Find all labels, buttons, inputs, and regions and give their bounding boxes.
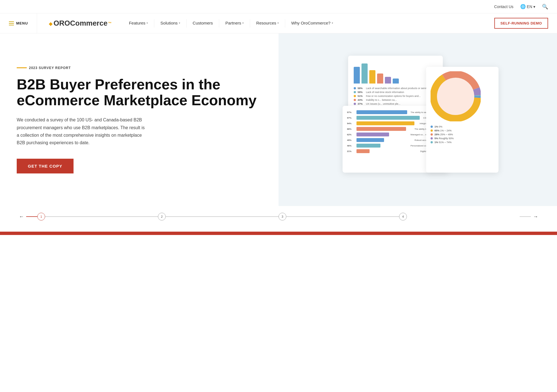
hbar-fill [356, 149, 370, 153]
donut-legend-dot [431, 133, 433, 136]
nav-item-partners[interactable]: Partners ▾ [219, 13, 250, 33]
hbar-pct: 97% [347, 111, 355, 114]
legend-dot [354, 91, 356, 93]
chart-container: 58%Lack of searchable information about … [337, 50, 499, 189]
legend-pct: 51% [358, 95, 364, 97]
pagination-line-end [520, 216, 531, 217]
pagination-dot-4[interactable]: 4 [399, 213, 407, 220]
hbar-container [356, 121, 418, 125]
seg-1 [45, 216, 158, 217]
seg-2 [166, 216, 278, 217]
contact-us-link[interactable]: Contact Us [494, 4, 513, 9]
bar-5 [385, 77, 391, 84]
legend-dot [354, 99, 356, 101]
hbar-fill [356, 116, 420, 120]
donut-legend-pct: 1% 51% – 74% [434, 141, 452, 144]
dot-wrap-4: 4 [399, 213, 520, 220]
logo-trademark: ™ [108, 21, 112, 25]
hbar-pct: 88% [347, 128, 355, 130]
hbar-container [356, 138, 413, 142]
search-button[interactable]: 🔍 [542, 4, 548, 10]
legend-pct: 37% [358, 102, 364, 105]
donut-legend-dot [431, 126, 433, 128]
hero-left: 2023 SURVEY REPORT B2B Buyer Preferences… [0, 33, 278, 206]
hero-title: B2B Buyer Preferences in the eCommerce M… [17, 77, 262, 108]
donut-legend-pct: 28% 25% – 49% [434, 133, 453, 136]
donut-legend-row: 1% 0% [431, 125, 494, 128]
hbar-container [356, 144, 409, 148]
bar-6 [393, 79, 399, 84]
hbar-container [356, 116, 422, 120]
donut-legend-dot [431, 129, 433, 132]
badge-bar [17, 67, 27, 68]
hero-badge: 2023 SURVEY REPORT [17, 66, 262, 70]
hbar-pct: 46% [347, 144, 355, 147]
header: MENU ⬥ OROCommerce™ Features ▾ Solutions… [0, 13, 557, 33]
legend-row: 58%Lack of real-time stock information [354, 91, 437, 94]
globe-icon: 🌐 [520, 4, 526, 9]
menu-button[interactable]: MENU [0, 13, 37, 33]
donut-legend-pct: 65% 1% – 24% [434, 129, 452, 132]
dot-wrap-1: 1 [37, 213, 158, 220]
pagination-dot-1[interactable]: 1 [37, 213, 45, 220]
chart-card-3: 1% 0%65% 1% – 24%28% 25% – 49%5% Roughly… [426, 67, 499, 173]
donut-chart [431, 71, 481, 121]
menu-label: MENU [16, 21, 28, 25]
hbar-fill [356, 110, 407, 114]
logo[interactable]: ⬥ OROCommerce™ [37, 19, 123, 28]
hamburger-icon [9, 21, 14, 25]
donut-legend-row: 5% Roughly 50% [431, 137, 494, 140]
donut-legend-dot [431, 137, 433, 139]
bar-chart [354, 61, 437, 84]
legend-row: 43%Inability to c... between su... [354, 99, 437, 101]
pagination-line-start [26, 216, 37, 217]
legend-dot [354, 87, 356, 89]
seg-3 [286, 216, 399, 217]
nav-item-resources[interactable]: Resources ▾ [250, 13, 285, 33]
chevron-down-icon: ▾ [146, 21, 148, 24]
legend-label: Inability to c... between su... [366, 99, 397, 101]
donut-legend-row: 65% 1% – 24% [431, 129, 494, 132]
legend-dot [354, 103, 356, 105]
lang-label: EN [527, 4, 532, 9]
top-bar: Contact Us 🌐 EN ▾ 🔍 [0, 0, 557, 13]
hero-right: 58%Lack of searchable information about … [278, 33, 557, 206]
bar-3 [369, 70, 375, 84]
bar-2 [361, 63, 368, 84]
donut-legend-pct: 1% 0% [434, 125, 443, 128]
nav-item-solutions[interactable]: Solutions ▾ [154, 13, 186, 33]
language-selector[interactable]: 🌐 EN ▾ [520, 4, 535, 9]
hbar-container [356, 133, 409, 136]
hero-description: We conducted a survey of the 100 US- and… [17, 116, 145, 146]
chart3-legend: 1% 0%65% 1% – 24%28% 25% – 49%5% Roughly… [431, 125, 494, 144]
legend-row: 51%Few or no customization options for b… [354, 95, 437, 97]
pagination-dot-2[interactable]: 2 [158, 213, 166, 220]
chevron-down-icon: ▾ [332, 21, 333, 24]
lang-chevron: ▾ [533, 4, 535, 9]
donut-legend-dot [431, 141, 433, 143]
hbar-pct: 49% [347, 139, 355, 141]
donut-legend-pct: 5% Roughly 50% [434, 137, 454, 140]
next-arrow[interactable]: → [531, 214, 540, 220]
bottom-bar [0, 232, 557, 235]
hbar-fill [356, 127, 406, 131]
legend-pct: 58% [358, 91, 364, 94]
nav-item-customers[interactable]: Customers [187, 13, 219, 33]
chevron-down-icon: ▾ [277, 21, 279, 24]
pagination-dot-3[interactable]: 3 [278, 213, 286, 220]
bar-1 [354, 67, 360, 84]
hbar-fill [356, 121, 414, 125]
demo-button[interactable]: SELF-RUNNING DEMO [494, 18, 548, 29]
prev-arrow[interactable]: ← [17, 214, 26, 220]
legend-label: UX issues (u... unintuitive ple... [366, 102, 400, 105]
hbar-container [356, 110, 409, 114]
legend-label: Lack of real-time stock information [366, 91, 404, 94]
logo-text: ⬥ OROCommerce™ [48, 19, 112, 28]
get-copy-button[interactable]: GET THE COPY [17, 159, 74, 173]
nav-item-why[interactable]: Why OroCommerce? ▾ [285, 13, 339, 33]
donut-legend-row: 28% 25% – 49% [431, 133, 494, 136]
hbar-pct: 97% [347, 117, 355, 119]
legend-pct: 58% [358, 87, 364, 90]
hbar-container [356, 149, 419, 153]
nav-item-features[interactable]: Features ▾ [123, 13, 154, 33]
